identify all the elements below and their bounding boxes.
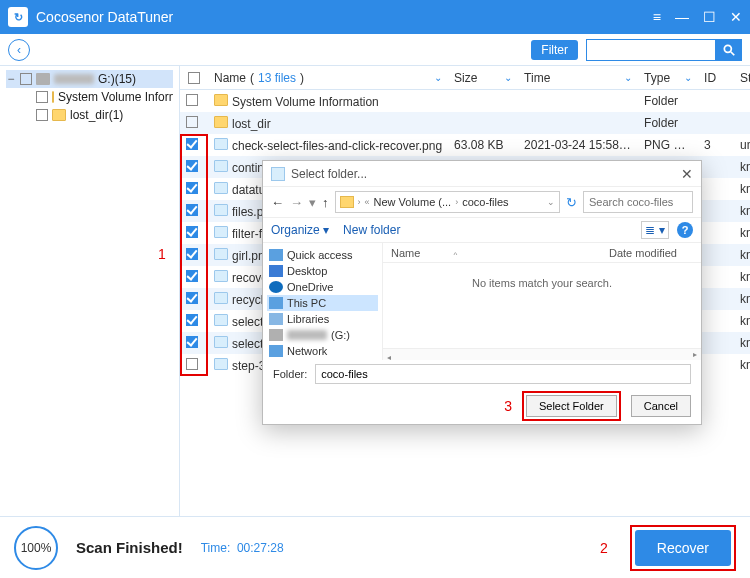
table-row[interactable]: check-select-files-and-click-recover.png… [180, 134, 750, 156]
search-input[interactable] [586, 39, 716, 61]
dialog-tree-item[interactable]: This PC [267, 295, 378, 311]
col-status[interactable]: Status [734, 71, 750, 85]
row-checkbox[interactable] [186, 336, 198, 348]
tree-drive[interactable]: − G:)(15) [6, 70, 173, 88]
tree-item-icon [269, 297, 283, 309]
chevron-down-icon: ⌄ [434, 72, 442, 83]
dialog-tree-item[interactable]: Quick access [267, 247, 378, 263]
close-button[interactable]: ✕ [730, 9, 742, 25]
select-folder-dialog: Select folder... ✕ ← → ▾ ↑ › « New Volum… [262, 160, 702, 425]
dialog-scrollbar[interactable]: ◂▸ [383, 348, 701, 360]
titlebar: ↻ Cocosenor DataTuner ≡ — ☐ ✕ [0, 0, 750, 34]
folder-icon [214, 116, 228, 128]
dialog-tree-item[interactable]: Network [267, 343, 378, 359]
search-button[interactable] [716, 39, 742, 61]
row-checkbox[interactable] [186, 226, 198, 238]
row-checkbox[interactable] [186, 116, 198, 128]
folder-icon [340, 196, 354, 208]
row-checkbox[interactable] [186, 270, 198, 282]
dialog-folder-row: Folder: [263, 360, 701, 388]
organize-button[interactable]: Organize ▾ [271, 223, 329, 237]
col-type[interactable]: Type⌄ [638, 71, 698, 85]
folder-icon [52, 109, 66, 121]
tree-item[interactable]: lost_dir(1) [6, 106, 173, 124]
tree-checkbox[interactable] [36, 91, 48, 103]
dialog-tree-item[interactable]: OneDrive [267, 279, 378, 295]
dcol-date[interactable]: Date modified [601, 247, 701, 259]
tree-checkbox[interactable] [20, 73, 32, 85]
top-toolbar: ‹ Filter [0, 34, 750, 66]
nav-forward-button[interactable]: → [290, 195, 303, 210]
dialog-tree-item[interactable]: (G:) [267, 327, 378, 343]
dialog-tree-item[interactable]: Desktop [267, 263, 378, 279]
back-button[interactable]: ‹ [8, 39, 30, 61]
maximize-button[interactable]: ☐ [703, 9, 716, 25]
file-icon [214, 314, 228, 326]
dialog-columns: Name ^ Date modified [383, 243, 701, 263]
file-size: 63.08 KB [448, 138, 518, 152]
file-type: Folder [638, 116, 698, 130]
footer: 100% Scan Finished! Time: 00:27:28 2 Rec… [0, 516, 750, 578]
nav-back-button[interactable]: ← [271, 195, 284, 210]
file-status: know [734, 358, 750, 372]
nav-up-button[interactable]: ↑ [322, 195, 329, 210]
view-options-button[interactable]: ≣ ▾ [641, 221, 669, 239]
folder-input[interactable] [315, 364, 691, 384]
refresh-button[interactable]: ↻ [566, 195, 577, 210]
file-name: System Volume Information [232, 95, 379, 109]
col-name[interactable]: Name ( 13 files ) ⌄ [208, 71, 448, 85]
dialog-toolbar: Organize ▾ New folder ≣ ▾ ? [263, 217, 701, 243]
filter-button[interactable]: Filter [531, 40, 578, 60]
menu-button[interactable]: ≡ [653, 9, 661, 25]
dialog-close-button[interactable]: ✕ [681, 166, 693, 182]
minimize-button[interactable]: — [675, 9, 689, 25]
file-status: know [734, 204, 750, 218]
row-checkbox[interactable] [186, 204, 198, 216]
drive-icon [36, 73, 50, 85]
col-size[interactable]: Size⌄ [448, 71, 518, 85]
tree-item-icon [269, 281, 283, 293]
file-status: know [734, 336, 750, 350]
file-status: know [734, 182, 750, 196]
table-row[interactable]: lost_dirFolder [180, 112, 750, 134]
nav-history-button[interactable]: ▾ [309, 195, 316, 210]
scan-status: Scan Finished! [76, 539, 183, 556]
dialog-search-input[interactable] [583, 191, 693, 213]
col-time[interactable]: Time⌄ [518, 71, 638, 85]
tree-checkbox[interactable] [36, 109, 48, 121]
row-checkbox[interactable] [186, 314, 198, 326]
recover-button[interactable]: Recover [635, 530, 731, 566]
col-id[interactable]: ID [698, 71, 734, 85]
select-folder-button[interactable]: Select Folder [526, 395, 617, 417]
dialog-title: Select folder... [291, 167, 367, 181]
dialog-tree-item[interactable]: Libraries [267, 311, 378, 327]
file-status: know [734, 314, 750, 328]
table-row[interactable]: System Volume InformationFolder [180, 90, 750, 112]
new-folder-button[interactable]: New folder [343, 223, 400, 237]
row-checkbox[interactable] [186, 138, 198, 150]
tree-item-icon [269, 345, 283, 357]
row-checkbox[interactable] [186, 358, 198, 370]
row-checkbox[interactable] [186, 248, 198, 260]
file-status: know [734, 292, 750, 306]
select-all-checkbox[interactable] [188, 72, 200, 84]
annotation-label-2: 2 [600, 540, 608, 556]
file-status: know [734, 226, 750, 240]
file-icon [214, 292, 228, 304]
file-status: unknow [734, 138, 750, 152]
tree-label: System Volume Information(2) [58, 90, 173, 104]
toggle-icon[interactable]: − [6, 72, 16, 86]
help-icon[interactable]: ? [677, 222, 693, 238]
svg-line-1 [731, 51, 735, 55]
tree-item-icon [269, 265, 283, 277]
row-checkbox[interactable] [186, 182, 198, 194]
row-checkbox[interactable] [186, 160, 198, 172]
tree-item[interactable]: System Volume Information(2) [6, 88, 173, 106]
drive-suffix: G:)(15) [98, 72, 136, 86]
file-time: 2021-03-24 15:58:55 [518, 138, 638, 152]
cancel-button[interactable]: Cancel [631, 395, 691, 417]
breadcrumb[interactable]: › « New Volume (... › coco-files ⌄ [335, 191, 561, 213]
row-checkbox[interactable] [186, 94, 198, 106]
dcol-name[interactable]: Name ^ [383, 247, 601, 259]
row-checkbox[interactable] [186, 292, 198, 304]
